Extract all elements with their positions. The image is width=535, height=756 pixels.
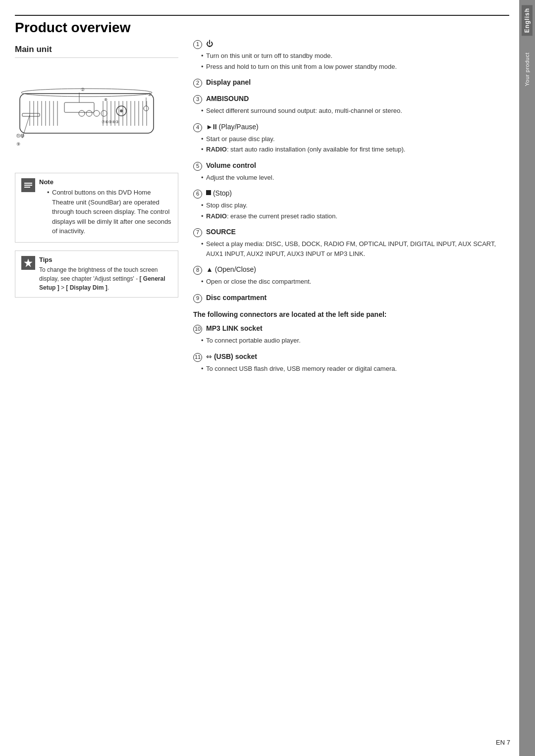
device-illustration: ① ② ⑨ ⑦⑥⑤④③ ⑧ ⑪⑩ xyxy=(15,64,163,163)
page-title: Product overview xyxy=(15,20,509,36)
svg-text:⑨: ⑨ xyxy=(16,142,20,147)
item-7-header: 7 SOURCE xyxy=(193,228,509,237)
svg-text:①: ① xyxy=(148,92,152,97)
svg-point-30 xyxy=(120,109,123,112)
item-10-bullets: To connect portable audio player. xyxy=(193,336,509,346)
item-3: 3 AMBISOUND Select different surround so… xyxy=(193,95,509,116)
tips-content: Tips To change the brightness of the tou… xyxy=(39,256,172,292)
item-7-number: 7 xyxy=(193,228,202,237)
item-3-label: AMBISOUND xyxy=(206,95,249,102)
item-8-bullets: Open or close the disc compartment. xyxy=(193,277,509,287)
note-icon xyxy=(21,178,35,192)
item-5-bullets: Adjust the volume level. xyxy=(193,173,509,183)
svg-point-28 xyxy=(79,110,85,116)
item-3-header: 3 AMBISOUND xyxy=(193,95,509,104)
item-8-header: 8 ▲ (Open/Close) xyxy=(193,265,509,275)
tips-box: Tips To change the brightness of the tou… xyxy=(15,251,178,298)
item-4-bullets: Start or pause disc play. RADIO: start a… xyxy=(193,134,509,154)
item-7-bullets: Select a play media: DISC, USB, DOCK, RA… xyxy=(193,239,509,258)
svg-point-24 xyxy=(144,106,149,111)
svg-rect-2 xyxy=(64,102,94,112)
item-10-bullet-1: To connect portable audio player. xyxy=(201,336,509,346)
item-10: 10 MP3 LINK socket To connect portable a… xyxy=(193,324,509,346)
item-2-label: Display panel xyxy=(206,78,251,86)
tips-title: Tips xyxy=(39,256,172,263)
item-10-label: MP3 LINK socket xyxy=(206,324,263,332)
svg-point-27 xyxy=(86,110,92,116)
item-8-bullet-1: Open or close the disc compartment. xyxy=(201,277,509,287)
item-11-number: 11 xyxy=(193,353,202,362)
note-content: Note Control buttons on this DVD Home Th… xyxy=(39,178,172,237)
item-4-bullet-1: Start or pause disc play. xyxy=(201,134,509,144)
item-2-number: 2 xyxy=(193,79,202,88)
item-3-number: 3 xyxy=(193,95,202,104)
item-1-number: 1 xyxy=(193,40,202,49)
item-6-header: 6 (Stop) xyxy=(193,189,509,199)
item-5-bullet-1: Adjust the volume level. xyxy=(201,173,509,183)
item-1-bullet-2: Press and hold to turn on this unit from… xyxy=(201,62,509,72)
item-6-bullet-1: Stop disc play. xyxy=(201,201,509,210)
item-3-bullets: Select different surround sound output: … xyxy=(193,106,509,116)
item-4-header: 4 ►II (Play/Pause) xyxy=(193,123,509,132)
item-6-bullet-2: RADIO: erase the current preset radio st… xyxy=(201,211,509,221)
svg-text:②: ② xyxy=(81,87,85,92)
item-6-bullets: Stop disc play. RADIO: erase the current… xyxy=(193,201,509,221)
left-column: Main unit xyxy=(15,40,178,741)
item-9: 9 Disc compartment xyxy=(193,294,509,303)
svg-point-1 xyxy=(21,89,152,97)
item-7-label: SOURCE xyxy=(206,228,236,236)
item-9-label: Disc compartment xyxy=(206,294,267,302)
svg-rect-23 xyxy=(22,113,40,116)
item-1-bullet-1: Turn on this unit or turn off to standby… xyxy=(201,51,509,61)
item-8-number: 8 xyxy=(193,266,202,275)
item-7-bullet-1: Select a play media: DISC, USB, DOCK, RA… xyxy=(201,239,509,258)
section-title: Main unit xyxy=(15,45,178,58)
item-6: 6 (Stop) Stop disc play. RADIO: erase th… xyxy=(193,189,509,221)
item-11-label: ⇔ (USB) socket xyxy=(206,353,257,360)
item-10-header: 10 MP3 LINK socket xyxy=(193,324,509,334)
tips-icon xyxy=(21,256,35,270)
svg-text:⑦⑥⑤④③: ⑦⑥⑤④③ xyxy=(102,120,119,124)
item-6-number: 6 xyxy=(193,190,202,199)
item-11-header: 11 ⇔ (USB) socket xyxy=(193,353,509,362)
svg-rect-0 xyxy=(20,94,154,133)
svg-text:⑪⑩: ⑪⑩ xyxy=(16,134,24,138)
item-2-header: 2 Display panel xyxy=(193,78,509,88)
title-top-border xyxy=(15,15,509,16)
item-4: 4 ►II (Play/Pause) Start or pause disc p… xyxy=(193,123,509,154)
connectors-note: The following connectors are located at … xyxy=(193,310,509,320)
item-10-number: 10 xyxy=(193,325,202,334)
svg-point-26 xyxy=(94,110,100,116)
page-footer: EN 7 xyxy=(496,739,510,746)
item-2: 2 Display panel xyxy=(193,78,509,88)
item-4-bullet-2: RADIO: start auto radio installation (on… xyxy=(201,145,509,154)
item-1-symbol: ⏻ xyxy=(206,40,213,48)
item-5-header: 5 Volume control xyxy=(193,161,509,171)
item-8-label: ▲ (Open/Close) xyxy=(206,265,256,273)
sidebar-english-label: English xyxy=(522,5,533,36)
item-8: 8 ▲ (Open/Close) Open or close the disc … xyxy=(193,265,509,287)
item-9-number: 9 xyxy=(193,294,202,303)
note-box: Note Control buttons on this DVD Home Th… xyxy=(15,173,178,243)
note-bullet-list: Control buttons on this DVD Home Theatre… xyxy=(39,188,172,236)
item-11-bullet-1: To connect USB flash drive, USB memory r… xyxy=(201,364,509,374)
item-11-bullets: To connect USB flash drive, USB memory r… xyxy=(193,364,509,374)
sidebar-yourproduct-label: Your product xyxy=(522,50,532,89)
item-4-number: 4 xyxy=(193,123,202,132)
sidebar: English Your product xyxy=(519,0,535,756)
tips-text: To change the brightness of the touch sc… xyxy=(39,265,172,292)
item-11: 11 ⇔ (USB) socket To connect USB flash d… xyxy=(193,353,509,374)
item-1-bullets: Turn on this unit or turn off to standby… xyxy=(193,51,509,71)
item-1-header: 1 ⏻ xyxy=(193,40,509,49)
svg-point-25 xyxy=(101,110,107,116)
item-1: 1 ⏻ Turn on this unit or turn off to sta… xyxy=(193,40,509,71)
item-9-header: 9 Disc compartment xyxy=(193,294,509,303)
item-7: 7 SOURCE Select a play media: DISC, USB,… xyxy=(193,228,509,258)
item-5-number: 5 xyxy=(193,162,202,171)
note-title: Note xyxy=(39,178,172,186)
note-bullet-item: Control buttons on this DVD Home Theatre… xyxy=(47,188,172,236)
svg-text:⑧: ⑧ xyxy=(104,98,107,102)
item-5: 5 Volume control Adjust the volume level… xyxy=(193,161,509,183)
item-5-label: Volume control xyxy=(206,161,256,169)
item-4-label: ►II (Play/Pause) xyxy=(206,123,259,131)
